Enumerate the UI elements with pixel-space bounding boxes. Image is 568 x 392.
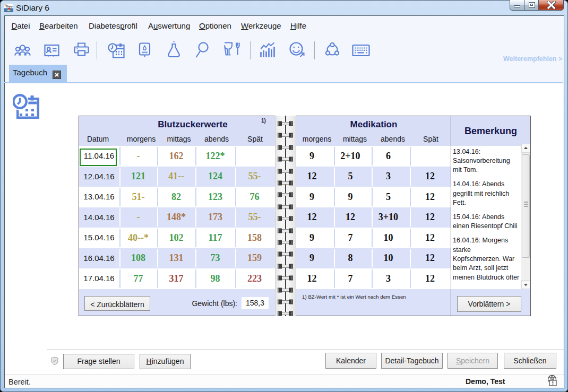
svg-text:Si: Si [4,4,6,7]
svg-text:Diary: Diary [6,5,13,8]
